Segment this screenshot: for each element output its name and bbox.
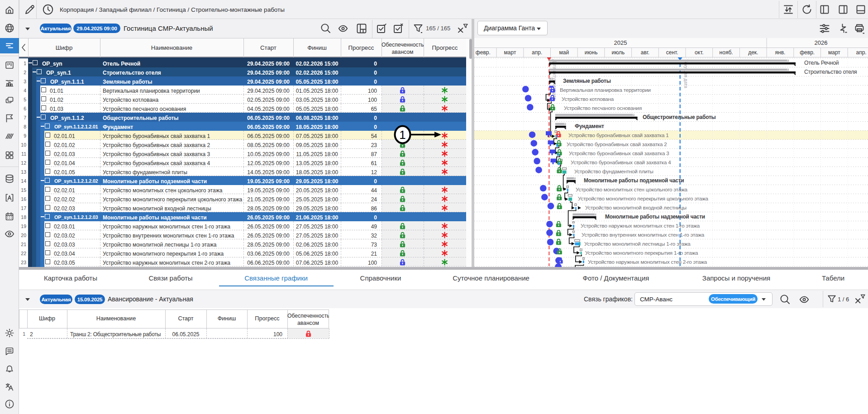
svg-text:янв.: янв. <box>775 49 786 56</box>
svg-text:Монолитные работы подземной ча: Монолитные работы подземной части <box>584 177 684 184</box>
svg-text:2026: 2026 <box>815 39 828 46</box>
svg-text:апр.: апр. <box>856 49 867 56</box>
svg-text:июнь: июнь <box>585 49 598 56</box>
svg-text:2025: 2025 <box>614 39 627 46</box>
svg-text:Устройство наружных монолитных: Устройство наружных монолитных стен 1-го… <box>581 223 700 228</box>
svg-text:Устройство буронабивных свай з: Устройство буронабивных свай захватка 4 <box>571 159 671 165</box>
svg-text:Устройство котлована: Устройство котлована <box>562 96 614 102</box>
svg-text:Устройство фундаментной плиты: Устройство фундаментной плиты <box>574 168 653 174</box>
svg-text:авг.: авг. <box>641 49 649 56</box>
svg-text:февр.: февр. <box>800 49 815 56</box>
svg-text:март: март <box>504 49 516 56</box>
svg-text:Устройство монолитной лестницы: Устройство монолитной лестницы 1-го этаж… <box>584 241 691 247</box>
svg-text:сент.: сент. <box>666 49 678 56</box>
svg-text:Монолитные работы надземной ча: Монолитные работы надземной части <box>605 214 705 220</box>
svg-text:Отель Речной: Отель Речной <box>804 60 839 66</box>
svg-text:1: 1 <box>399 128 405 142</box>
svg-text:Устройство монолитных стен цок: Устройство монолитных стен цокольного эт… <box>576 186 688 192</box>
svg-text:Вертикальная планировка террит: Вертикальная планировка территории <box>560 87 651 93</box>
svg-text:апр.: апр. <box>532 49 542 56</box>
svg-text:окт.: окт. <box>695 49 704 56</box>
svg-text:дек.: дек. <box>748 49 758 56</box>
svg-text:нояб.: нояб. <box>720 49 733 56</box>
svg-text:Устройство монолитного перекры: Устройство монолитного перекрытия 1-го э… <box>585 250 698 256</box>
svg-text:Общестроительные работы: Общестроительные работы <box>643 114 716 120</box>
svg-text:май: май <box>559 49 569 56</box>
svg-text:февр.: февр. <box>476 49 491 56</box>
svg-text:Строительство отеля: Строительство отеля <box>804 69 857 75</box>
svg-text:Фундамент: Фундамент <box>575 123 604 129</box>
svg-text:Устройство наружных монолитных: Устройство наружных монолитных стен 2-го… <box>588 259 707 265</box>
svg-text:Устройство буронабивных свай з: Устройство буронабивных свай захватка 3 <box>569 150 669 156</box>
svg-text:Устройство буронабивных свай з: Устройство буронабивных свай захватка 1 <box>568 132 668 138</box>
svg-text:Устройство песчаного основания: Устройство песчаного основания <box>564 105 642 111</box>
svg-text:июль: июль <box>611 49 625 56</box>
svg-text:Устройство монолитного перекры: Устройство монолитного перекрытия цоколь… <box>578 195 709 201</box>
svg-text:Устройство буронабивных свай з: Устройство буронабивных свай захватка 2 <box>567 141 667 147</box>
svg-text:март: март <box>828 49 840 56</box>
svg-text:Устройство внутренних монолитн: Устройство внутренних монолитных стен 1-… <box>582 232 705 238</box>
svg-text:Устройство монолитной входной: Устройство монолитной входной лестницы <box>585 205 687 210</box>
svg-text:Земляные работы: Земляные работы <box>563 78 611 84</box>
